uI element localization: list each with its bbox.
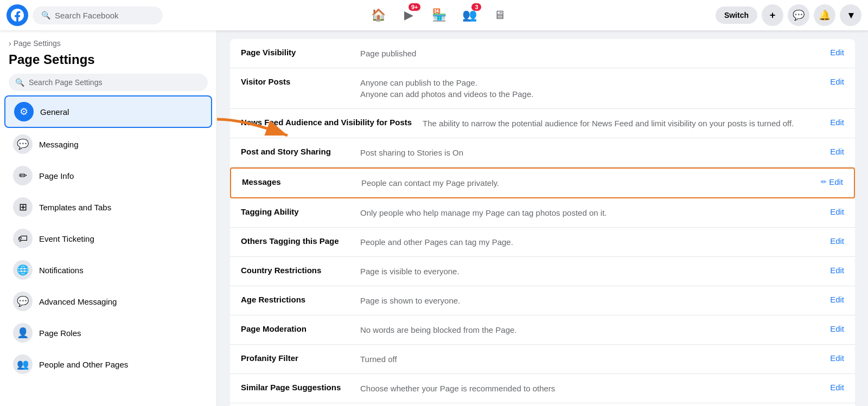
sidebar-item-general[interactable]: ⚙ General — [4, 95, 212, 128]
label-similar-page-suggestions: Similar Page Suggestions — [241, 383, 360, 392]
sidebar-label-page-info: Page Info — [39, 171, 74, 181]
search-bar[interactable]: 🔍 Search Facebook — [33, 7, 163, 24]
row-visitor-posts: Visitor Posts Anyone can publish to the … — [230, 68, 855, 109]
row-page-visibility: Page Visibility Page published Edit — [230, 39, 855, 68]
nav-gaming[interactable]: 🖥 — [487, 2, 513, 28]
sidebar-item-messaging[interactable]: 💬 Messaging — [4, 129, 212, 159]
row-page-moderation: Page Moderation No words are being block… — [230, 315, 855, 345]
messenger-button[interactable]: 💬 — [788, 4, 809, 26]
top-navigation: 🔍 Search Facebook 🏠 ▶ 9+ 🏪 👥 3 🖥 Switch … — [0, 0, 868, 30]
edit-tagging-ability[interactable]: Edit — [830, 207, 844, 216]
nav-groups[interactable]: 👥 3 — [456, 2, 482, 28]
sidebar-label-page-roles: Page Roles — [39, 328, 81, 338]
sidebar-item-notifications[interactable]: 🌐 Notifications — [4, 255, 212, 285]
switch-button[interactable]: Switch — [716, 7, 757, 24]
main-layout: › Page Settings Page Settings 🔍 Search P… — [0, 30, 868, 406]
sidebar-item-templates-tabs[interactable]: ⊞ Templates and Tabs — [4, 192, 212, 222]
edit-visitor-posts[interactable]: Edit — [830, 77, 844, 86]
people-other-pages-icon: 👥 — [13, 355, 33, 374]
search-icon: 🔍 — [41, 11, 50, 20]
account-menu-button[interactable]: ▾ — [840, 4, 861, 26]
label-age-restrictions: Age Restrictions — [241, 295, 360, 304]
row-similar-page-suggestions: Similar Page Suggestions Choose whether … — [230, 374, 855, 403]
label-others-tagging: Others Tagging this Page — [241, 236, 360, 246]
page-roles-icon: 👤 — [13, 323, 33, 343]
row-age-restrictions: Age Restrictions Page is shown to everyo… — [230, 286, 855, 315]
watch-badge: 9+ — [409, 3, 421, 11]
row-messages: Messages People can contact my Page priv… — [230, 167, 855, 198]
sidebar-item-people-other-pages[interactable]: 👥 People and Other Pages — [4, 349, 212, 379]
row-page-updates: Page Updates Page posts are automaticall… — [230, 403, 855, 406]
event-ticketing-icon: 🏷 — [13, 229, 33, 248]
settings-card: Page Visibility Page published Edit Visi… — [230, 39, 855, 406]
breadcrumb: › Page Settings — [0, 39, 216, 50]
edit-page-visibility[interactable]: Edit — [830, 48, 844, 57]
groups-badge: 3 — [471, 3, 481, 11]
edit-news-feed-audience[interactable]: Edit — [830, 118, 844, 127]
facebook-logo[interactable] — [7, 4, 28, 26]
value-others-tagging: People and other Pages can tag my Page. — [360, 236, 821, 248]
nav-center: 🏠 ▶ 9+ 🏪 👥 3 🖥 — [163, 2, 716, 28]
row-post-story-sharing: Post and Story Sharing Post sharing to S… — [230, 138, 855, 167]
label-visitor-posts: Visitor Posts — [241, 77, 360, 86]
edit-messages[interactable]: ✏ Edit — [821, 177, 843, 186]
breadcrumb-parent: Page Settings — [14, 39, 61, 48]
sidebar-label-notifications: Notifications — [39, 266, 84, 275]
row-tagging-ability: Tagging Ability Only people who help man… — [230, 198, 855, 228]
sidebar-label-general: General — [40, 107, 69, 117]
value-tagging-ability: Only people who help manage my Page can … — [360, 207, 821, 218]
label-profanity-filter: Profanity Filter — [241, 353, 360, 363]
sidebar-label-advanced-messaging: Advanced Messaging — [39, 297, 117, 306]
main-area: Page Visibility Page published Edit Visi… — [217, 30, 868, 406]
sidebar-search[interactable]: 🔍 Search Page Settings — [9, 74, 208, 91]
row-news-feed-audience: News Feed Audience and Visibility for Po… — [230, 109, 855, 138]
value-post-story-sharing: Post sharing to Stories is On — [360, 147, 821, 158]
edit-profanity-filter[interactable]: Edit — [830, 353, 844, 363]
label-page-visibility: Page Visibility — [241, 48, 360, 57]
plus-button[interactable]: + — [762, 4, 783, 26]
value-news-feed-audience: The ability to narrow the potential audi… — [423, 118, 821, 129]
value-similar-page-suggestions: Choose whether your Page is recommended … — [360, 383, 821, 394]
sidebar-label-messaging: Messaging — [39, 140, 79, 149]
settings-main: Page Visibility Page published Edit Visi… — [217, 30, 868, 406]
sidebar-label-event-ticketing: Event Ticketing — [39, 234, 94, 243]
search-placeholder: Search Facebook — [55, 11, 119, 20]
sidebar-item-event-ticketing[interactable]: 🏷 Event Ticketing — [4, 223, 212, 254]
edit-post-story-sharing[interactable]: Edit — [830, 147, 844, 156]
nav-home[interactable]: 🏠 — [365, 2, 391, 28]
row-others-tagging: Others Tagging this Page People and othe… — [230, 228, 855, 257]
breadcrumb-sep: › — [9, 39, 11, 48]
value-country-restrictions: Page is visible to everyone. — [360, 266, 821, 277]
value-age-restrictions: Page is shown to everyone. — [360, 295, 821, 306]
value-profanity-filter: Turned off — [360, 353, 821, 365]
sidebar-item-page-roles[interactable]: 👤 Page Roles — [4, 318, 212, 348]
nav-watch[interactable]: ▶ 9+ — [395, 2, 422, 28]
edit-country-restrictions[interactable]: Edit — [830, 266, 844, 275]
page-info-icon: ✏ — [13, 166, 33, 185]
label-news-feed-audience: News Feed Audience and Visibility for Po… — [241, 118, 423, 127]
label-country-restrictions: Country Restrictions — [241, 266, 360, 275]
value-page-moderation: No words are being blocked from the Page… — [360, 324, 821, 336]
edit-age-restrictions[interactable]: Edit — [830, 295, 844, 304]
notifications-button[interactable]: 🔔 — [814, 4, 835, 26]
row-profanity-filter: Profanity Filter Turned off Edit — [230, 345, 855, 374]
sidebar-search-placeholder: Search Page Settings — [29, 78, 102, 87]
edit-page-moderation[interactable]: Edit — [830, 324, 844, 333]
label-post-story-sharing: Post and Story Sharing — [241, 147, 360, 156]
nav-marketplace[interactable]: 🏪 — [426, 2, 452, 28]
sidebar-search-icon: 🔍 — [15, 78, 24, 87]
sidebar-item-advanced-messaging[interactable]: 💬 Advanced Messaging — [4, 286, 212, 317]
label-messages: Messages — [242, 177, 361, 186]
sidebar-label-people-other-pages: People and Other Pages — [39, 360, 128, 369]
sidebar-label-templates-tabs: Templates and Tabs — [39, 203, 111, 212]
page-title: Page Settings — [0, 50, 216, 74]
edit-similar-page-suggestions[interactable]: Edit — [830, 383, 844, 392]
general-icon: ⚙ — [14, 102, 34, 121]
pencil-icon: ✏ — [821, 178, 827, 186]
label-page-moderation: Page Moderation — [241, 324, 360, 333]
value-messages: People can contact my Page privately. — [361, 177, 812, 189]
row-country-restrictions: Country Restrictions Page is visible to … — [230, 257, 855, 286]
value-page-visibility: Page published — [360, 48, 821, 59]
sidebar-item-page-info[interactable]: ✏ Page Info — [4, 160, 212, 191]
edit-others-tagging[interactable]: Edit — [830, 236, 844, 246]
